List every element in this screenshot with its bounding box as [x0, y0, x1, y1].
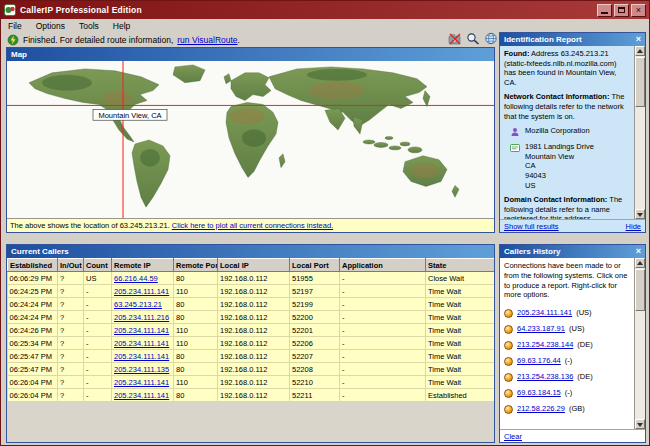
- history-ip-link[interactable]: 213.254.238.136: [517, 372, 573, 382]
- toolbar-icons: [448, 32, 498, 45]
- remote-ip-link[interactable]: 205.234.111.141: [114, 391, 169, 400]
- menu-file[interactable]: File: [1, 20, 29, 32]
- cell-remote-port: 110: [174, 376, 218, 389]
- history-country: (-): [565, 388, 573, 398]
- capture-disabled-icon[interactable]: [448, 32, 462, 45]
- run-visualroute-link[interactable]: run VisualRoute: [177, 35, 237, 45]
- col-remote-port[interactable]: Remote Port: [174, 259, 218, 272]
- caller-ball-icon: [504, 373, 513, 382]
- cell-application: -: [340, 272, 426, 285]
- col-remote-ip[interactable]: Remote IP: [112, 259, 174, 272]
- plot-connections-link[interactable]: Click here to plot all current connectio…: [172, 221, 333, 230]
- cell-established: 06:26:04 PM: [8, 376, 58, 389]
- cell-remote-port: 80: [174, 389, 218, 402]
- caller-row[interactable]: 06:24:26 PM ? - 205.234.111.141 110 192.…: [8, 324, 495, 337]
- history-ip-link[interactable]: 205.234.111.141: [517, 308, 572, 318]
- col-count[interactable]: Count: [84, 259, 112, 272]
- cell-local-port: 52197: [290, 285, 340, 298]
- cell-local-ip: 192.168.0.112: [218, 272, 290, 285]
- hide-link[interactable]: Hide: [626, 222, 641, 231]
- remote-ip-link[interactable]: 205.234.111.135: [114, 365, 169, 374]
- cell-count: -: [84, 337, 112, 350]
- cell-application: -: [340, 324, 426, 337]
- table-header-row: Established In/Out Count Remote IP Remot…: [8, 259, 495, 272]
- col-local-ip[interactable]: Local IP: [218, 259, 290, 272]
- scroll-thumb[interactable]: [635, 57, 645, 107]
- remote-ip-link[interactable]: 63.245.213.21: [114, 300, 162, 309]
- status-text: Finished. For detailed route information…: [23, 35, 173, 45]
- history-ip-link[interactable]: 64.233.187.91: [517, 324, 565, 334]
- caller-row[interactable]: 06:26:04 PM ? - 205.234.111.141 110 192.…: [8, 376, 495, 389]
- history-item[interactable]: 205.234.111.141 (US): [504, 305, 630, 321]
- zoom-icon[interactable]: [466, 32, 480, 45]
- history-item[interactable]: 69.63.184.15 (-): [504, 385, 630, 401]
- history-item[interactable]: 213.254.238.144 (DE): [504, 337, 630, 353]
- cell-application: -: [340, 363, 426, 376]
- scroll-down-icon[interactable]: [635, 419, 645, 429]
- col-in-out[interactable]: In/Out: [58, 259, 84, 272]
- history-item[interactable]: 212.58.226.29 (GB): [504, 401, 630, 417]
- caller-row[interactable]: 06:25:47 PM ? - 205.234.111.141 80 192.1…: [8, 350, 495, 363]
- cell-in-out: ?: [58, 311, 84, 324]
- caller-row[interactable]: 06:24:24 PM ? - 205.234.111.216 80 192.1…: [8, 311, 495, 324]
- history-country: (DE): [577, 372, 592, 382]
- current-callers-panel: Current Callers Established In/Out Count…: [6, 244, 495, 443]
- cell-remote-ip: 205.234.111.141: [112, 389, 174, 402]
- identification-report-scrollbar[interactable]: [634, 46, 645, 219]
- maximize-button[interactable]: [614, 4, 629, 17]
- remote-ip-link[interactable]: 205.234.111.216: [114, 313, 169, 322]
- cell-local-ip: 192.168.0.112: [218, 337, 290, 350]
- remote-ip-link[interactable]: 205.234.111.141: [114, 339, 169, 348]
- history-item[interactable]: 64.233.187.91 (US): [504, 321, 630, 337]
- identification-report-close-icon[interactable]: ×: [636, 35, 641, 44]
- caller-row[interactable]: 06:06:29 PM ? US 66.216.44.59 80 192.168…: [8, 272, 495, 285]
- close-button[interactable]: ×: [631, 4, 646, 17]
- history-ip-link[interactable]: 69.63.184.15: [517, 388, 561, 398]
- history-ip-link[interactable]: 213.254.238.144: [517, 340, 573, 350]
- show-full-results-link[interactable]: Show full results: [504, 222, 559, 231]
- status-text-suffix: .: [238, 35, 240, 45]
- callers-history-scrollbar[interactable]: [634, 258, 645, 429]
- col-application[interactable]: Application: [340, 259, 426, 272]
- remote-ip-link[interactable]: 205.234.111.141: [114, 352, 169, 361]
- cell-application: -: [340, 298, 426, 311]
- caller-row[interactable]: 06:25:47 PM ? - 205.234.111.135 80 192.1…: [8, 363, 495, 376]
- history-ip-link[interactable]: 212.58.226.29: [517, 404, 565, 414]
- menu-help[interactable]: Help: [106, 20, 137, 32]
- scroll-thumb[interactable]: [635, 269, 645, 311]
- remote-ip-link[interactable]: 205.234.111.141: [114, 378, 169, 387]
- remote-ip-link[interactable]: 205.234.111.141: [114, 326, 169, 335]
- cell-remote-ip: 205.234.111.141: [112, 376, 174, 389]
- remote-ip-link[interactable]: 205.234.111.141: [114, 287, 169, 296]
- identification-report-footer: Show full results Hide: [500, 219, 645, 232]
- globe-icon[interactable]: [484, 32, 498, 45]
- col-state[interactable]: State: [426, 259, 495, 272]
- caller-row[interactable]: 06:26:04 PM ? - 205.234.111.141 80 192.1…: [8, 389, 495, 402]
- history-item[interactable]: 213.254.238.136 (DE): [504, 369, 630, 385]
- menubar: File Options Tools Help: [1, 19, 649, 33]
- menu-tools[interactable]: Tools: [72, 20, 106, 32]
- remote-ip-link[interactable]: 66.216.44.59: [114, 274, 158, 283]
- scroll-up-icon[interactable]: [635, 46, 645, 56]
- cell-established: 06:24:24 PM: [8, 311, 58, 324]
- caller-row[interactable]: 06:25:34 PM ? - 205.234.111.141 110 192.…: [8, 337, 495, 350]
- minimize-icon: [601, 6, 608, 14]
- cell-local-ip: 192.168.0.112: [218, 376, 290, 389]
- scroll-up-icon[interactable]: [635, 258, 645, 268]
- callers-history-close-icon[interactable]: ×: [636, 247, 641, 256]
- caption-buttons: ×: [597, 4, 646, 17]
- scroll-down-icon[interactable]: [635, 209, 645, 219]
- menu-options[interactable]: Options: [29, 20, 72, 32]
- col-established[interactable]: Established: [8, 259, 58, 272]
- history-item[interactable]: 69.63.176.44 (-): [504, 353, 630, 369]
- col-local-port[interactable]: Local Port: [290, 259, 340, 272]
- clear-link[interactable]: Clear: [504, 432, 522, 441]
- history-ip-link[interactable]: 69.63.176.44: [517, 356, 561, 366]
- minimize-button[interactable]: [597, 4, 612, 17]
- caller-row[interactable]: 06:24:25 PM ? - 205.234.111.141 110 192.…: [8, 285, 495, 298]
- address-line: 1981 Landings Drive: [525, 142, 594, 152]
- titlebar[interactable]: CallerIP Professional Edition ×: [1, 1, 649, 19]
- cell-local-port: 51955: [290, 272, 340, 285]
- caller-row[interactable]: 06:24:24 PM ? - 63.245.213.21 80 192.168…: [8, 298, 495, 311]
- world-map[interactable]: Mountain View, CA: [7, 61, 494, 218]
